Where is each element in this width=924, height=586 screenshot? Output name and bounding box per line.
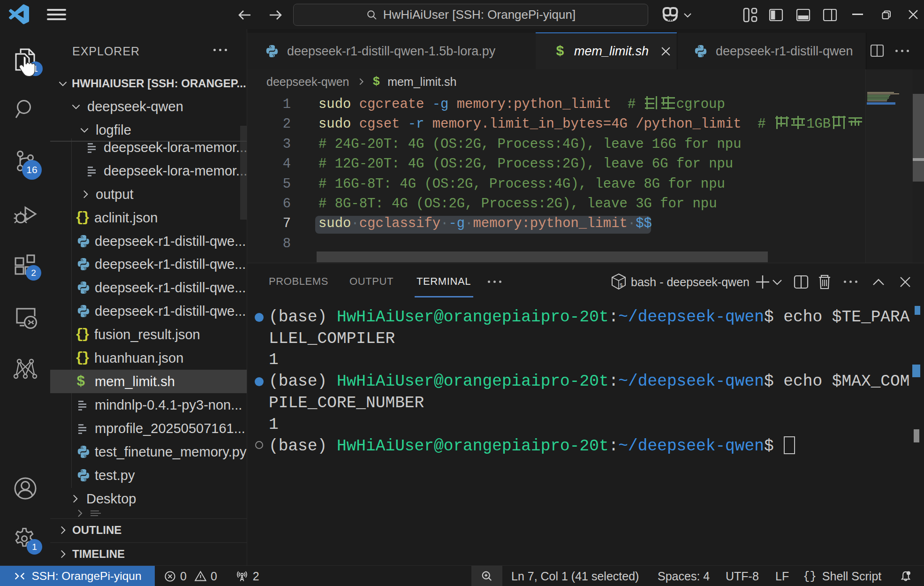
svg-text:$: $ bbox=[620, 282, 623, 288]
